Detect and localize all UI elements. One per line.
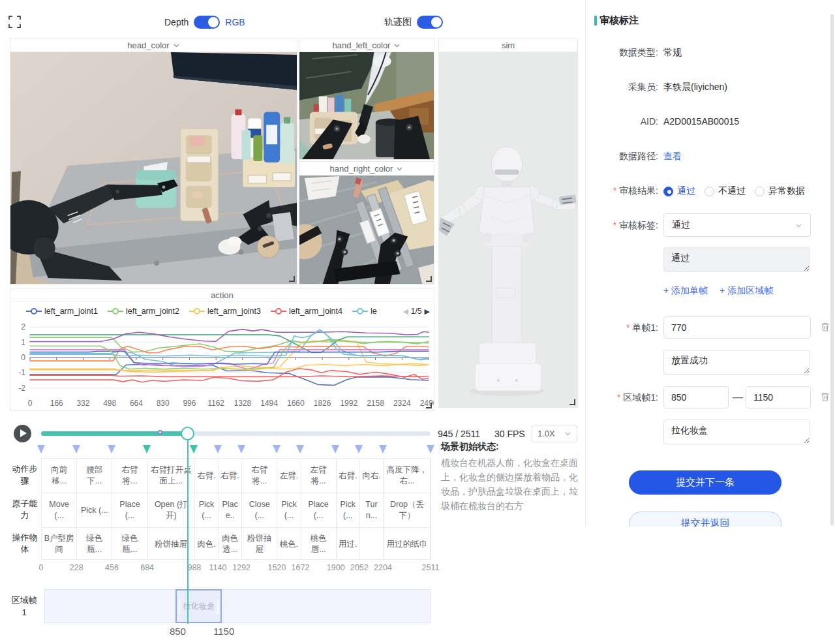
trajectory-toggle-group: 轨迹图: [384, 16, 443, 29]
object-cell: 肉色.: [195, 528, 218, 560]
add-single-frame-link[interactable]: + 添加单帧: [663, 285, 708, 297]
action-step-cell: 向前移...: [42, 459, 76, 493]
aid-value: A2D0015AB00015: [663, 116, 739, 127]
radio-pass[interactable]: 通过: [663, 185, 695, 197]
radio-fail[interactable]: 不通过: [705, 185, 746, 197]
keyframe-marker-2052[interactable]: [355, 445, 363, 453]
tick-label-0: 0: [39, 563, 44, 572]
tick-label-2511: 2511: [422, 563, 440, 572]
region-end-input[interactable]: [746, 386, 811, 408]
submit-return-button[interactable]: 提交并返回: [629, 512, 782, 527]
legend-marker-icon: [108, 308, 123, 314]
atomic-ability-cell: Pick (...: [195, 493, 218, 528]
action-step-cell: 右臂.: [219, 459, 241, 493]
step-column-9: 左臂将...Place (...桃色唇...: [301, 459, 337, 559]
add-region-frame-link[interactable]: + 添加区域帧: [720, 285, 773, 297]
legend-item-le[interactable]: le: [352, 307, 377, 316]
action-step-cell: 左臂将...: [301, 459, 336, 493]
fullscreen-icon[interactable]: [8, 16, 21, 28]
legend-item-left_arm_joint1[interactable]: left_arm_joint1: [26, 307, 98, 316]
trajectory-toggle[interactable]: [417, 16, 443, 29]
tick-label-2204: 2204: [374, 563, 392, 572]
resize-grip-icon[interactable]: [426, 403, 432, 408]
hand-right-camera-header[interactable]: hand_right_color: [299, 162, 434, 176]
resize-grip-icon[interactable]: [289, 276, 295, 282]
step-column-7: 右臂将...Close (...粉饼抽屉: [242, 459, 277, 559]
steps-table: 向前移...Move (...B户型房间腰部下...Pick (...绿色瓶..…: [41, 458, 431, 560]
region-right-handle[interactable]: [217, 600, 219, 614]
speed-select[interactable]: 1.0X: [532, 425, 577, 442]
legend-next-icon[interactable]: ▶: [425, 307, 430, 316]
region-frame-bar[interactable]: 拉化妆盒: [44, 589, 431, 623]
legend-item-left_arm_joint3[interactable]: left_arm_joint3: [189, 307, 261, 316]
review-comment-textarea[interactable]: 通过: [663, 247, 810, 272]
depth-rgb-toggle-group: Depth RGB: [164, 16, 245, 29]
keyframe-marker-1900[interactable]: [331, 445, 339, 453]
region-frame-note-textarea[interactable]: 拉化妆盒: [663, 420, 810, 444]
svg-text:1: 1: [21, 338, 25, 347]
single-frame-note-textarea[interactable]: 放置成功: [663, 350, 810, 375]
hand-right-camera-title: hand_right_color: [330, 164, 393, 174]
trash-icon[interactable]: [820, 322, 830, 332]
svg-text:1992: 1992: [340, 399, 357, 408]
atomic-ability-cell: Pick (...: [337, 493, 359, 528]
keyframe-marker-684[interactable]: [143, 445, 151, 453]
sim-header[interactable]: sim: [439, 38, 577, 52]
step-column-12: 高度下降，右...Drop（丢下）用过的纸巾: [384, 459, 431, 559]
single-frame-label: 单帧1:: [586, 322, 658, 334]
keyframe-marker-456[interactable]: [108, 445, 115, 453]
scene-initial-state: 场景初始状态: 梳妆台在机器人前，化妆盒在桌面上，化妆盒的侧边摆放着物品，化妆品…: [441, 441, 582, 513]
keyframe-marker-1672[interactable]: [296, 445, 304, 453]
svg-text:-2: -2: [18, 384, 25, 393]
keyframe-marker-1292[interactable]: [237, 445, 245, 453]
review-tag-select[interactable]: 通过: [663, 213, 811, 237]
play-icon: [20, 429, 27, 437]
svg-text:2: 2: [21, 322, 25, 331]
radio-abnormal[interactable]: 异常数据: [755, 185, 805, 197]
single-frame-input[interactable]: [663, 316, 811, 339]
head-camera-header[interactable]: head_color: [10, 38, 297, 52]
step-column-10: 右臂.Pick (...用过.: [337, 459, 360, 559]
depth-rgb-toggle[interactable]: [194, 16, 220, 29]
single-frame-dot[interactable]: [158, 430, 162, 435]
legend-item-left_arm_joint4[interactable]: left_arm_joint4: [271, 307, 342, 316]
keyframe-marker-228[interactable]: [72, 445, 80, 453]
svg-text:0: 0: [28, 399, 33, 408]
play-button[interactable]: [14, 425, 31, 442]
step-column-5: 右臂.Pick (...肉色.: [195, 459, 219, 559]
legend-marker-icon: [26, 308, 42, 314]
tick-label-1292: 1292: [232, 563, 250, 572]
submit-next-button[interactable]: 提交并下一条: [629, 470, 782, 495]
scrollbar[interactable]: [830, 14, 834, 525]
keyframe-marker-1520[interactable]: [273, 445, 281, 453]
sim-title: sim: [502, 40, 515, 50]
hand-left-camera-header[interactable]: hand_left_color: [299, 38, 434, 52]
trajectory-chart[interactable]: 210-1-2016633249866483099611621328149416…: [10, 318, 434, 410]
keyframe-marker-1140[interactable]: [214, 445, 222, 453]
resize-grip-icon[interactable]: [426, 276, 432, 282]
chevron-down-icon: [396, 165, 403, 172]
region-left-handle[interactable]: [179, 600, 180, 614]
keyframe-marker-2204[interactable]: [379, 445, 387, 453]
svg-text:166: 166: [50, 399, 63, 408]
keyframe-marker-2511[interactable]: [427, 445, 434, 453]
row-label-atomic-ability: 原子能力: [11, 498, 38, 521]
view-data-path-link[interactable]: 查看: [663, 151, 682, 162]
region-start-input[interactable]: [663, 386, 729, 408]
playback-slider-handle[interactable]: [181, 427, 194, 440]
keyframe-marker-988[interactable]: [190, 445, 198, 453]
review-result-radio-group: 通过 不通过 异常数据: [663, 185, 805, 197]
legend-item-left_arm_joint2[interactable]: left_arm_joint2: [108, 307, 179, 316]
legend-prev-icon[interactable]: ◀: [402, 307, 408, 316]
keyframe-marker-0[interactable]: [37, 445, 45, 453]
playback-slider[interactable]: [41, 431, 431, 436]
svg-text:498: 498: [103, 399, 116, 408]
trash-icon[interactable]: [820, 391, 830, 402]
region-frame-block[interactable]: 拉化妆盒: [175, 589, 222, 623]
head-camera-title: head_color: [127, 40, 169, 50]
sim-panel: sim: [438, 38, 578, 408]
collector-value: 李轶晨(liyichen): [663, 82, 727, 93]
collector-label: 采集员:: [586, 82, 658, 93]
resize-grip-icon[interactable]: [569, 399, 575, 405]
object-cell: 桃色.: [277, 528, 300, 560]
